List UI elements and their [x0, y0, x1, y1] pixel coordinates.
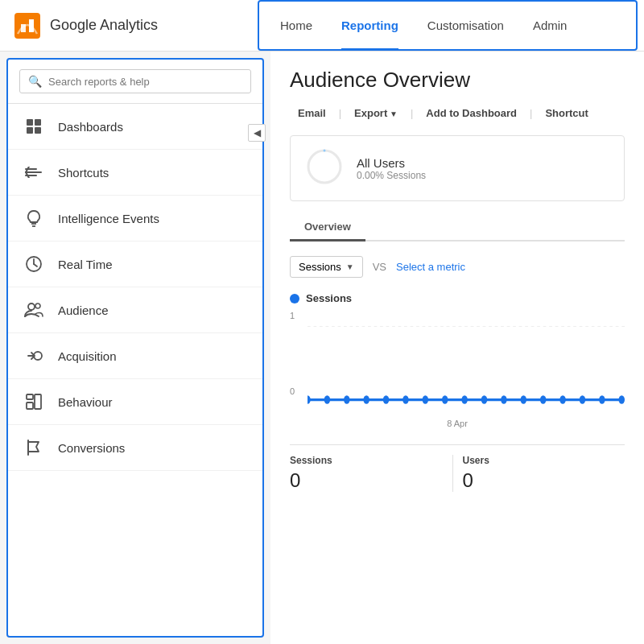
search-area: 🔍: [8, 60, 262, 104]
overview-tabs: Overview: [290, 214, 625, 242]
sessions-dropdown[interactable]: Sessions ▼: [290, 256, 363, 278]
stat-sessions-value: 0: [290, 469, 443, 492]
svg-point-29: [383, 395, 390, 403]
svg-point-41: [618, 395, 625, 403]
svg-point-36: [521, 395, 527, 403]
sidebar-item-intelligence[interactable]: Intelligence Events: [8, 196, 262, 242]
svg-point-35: [501, 395, 507, 403]
metric-selector: Sessions ▼ VS Select a metric: [290, 256, 625, 278]
svg-point-13: [28, 303, 35, 310]
svg-rect-17: [27, 394, 33, 399]
email-button[interactable]: Email: [290, 104, 334, 122]
svg-point-40: [599, 395, 605, 403]
svg-point-28: [363, 395, 369, 403]
stat-sessions: Sessions 0: [290, 455, 453, 492]
sessions-dropdown-label: Sessions: [299, 261, 341, 273]
nav-admin[interactable]: Admin: [518, 2, 582, 49]
sidebar-item-audience[interactable]: Audience: [8, 287, 262, 333]
svg-point-25: [308, 395, 311, 403]
sidebar-label-realtime: Real Time: [58, 258, 113, 271]
users-icon: [24, 300, 43, 320]
sessions-legend-dot: [290, 294, 299, 303]
search-box[interactable]: 🔍: [19, 69, 251, 93]
vs-label: VS: [373, 261, 386, 273]
sidebar-item-behaviour[interactable]: Behaviour: [8, 379, 262, 425]
main-nav: Home Reporting Customisation Admin: [258, 0, 638, 51]
y-axis-top: 1: [290, 311, 304, 320]
stat-users: Users 0: [453, 455, 625, 492]
flag-icon: [24, 438, 43, 457]
grid-icon: [24, 117, 43, 136]
acquisition-icon: [24, 346, 43, 365]
app-title: Google Analytics: [50, 17, 158, 34]
main-content: Audience Overview Email | Export | Add t…: [270, 52, 644, 644]
x-axis-label: 8 Apr: [290, 419, 625, 428]
stat-users-label: Users: [463, 455, 616, 466]
behaviour-icon: [24, 392, 43, 411]
sidebar-item-shortcuts[interactable]: Shortcuts: [8, 150, 262, 196]
shortcut-button[interactable]: Shortcut: [537, 104, 596, 122]
sidebar-collapse-button[interactable]: ◀: [248, 124, 266, 142]
svg-point-37: [540, 395, 547, 403]
all-users-subtitle: 0.00% Sessions: [357, 170, 426, 181]
svg-point-27: [344, 395, 350, 403]
svg-point-33: [461, 395, 468, 403]
search-icon: 🔍: [28, 75, 42, 88]
y-axis: 1 0: [290, 311, 304, 396]
sidebar-label-acquisition: Acquisition: [58, 349, 117, 363]
svg-point-32: [442, 395, 448, 403]
sidebar-label-behaviour: Behaviour: [58, 395, 113, 409]
sidebar: 🔍 Dashboards: [6, 58, 264, 638]
chart-legend: Sessions: [290, 292, 625, 304]
dropdown-arrow-icon: ▼: [346, 262, 354, 271]
svg-rect-3: [27, 127, 33, 134]
svg-rect-1: [27, 119, 33, 126]
chart-container: 1 0: [290, 311, 625, 415]
svg-point-38: [559, 395, 566, 403]
sidebar-label-dashboards: Dashboards: [58, 120, 123, 134]
svg-point-26: [324, 395, 331, 403]
select-metric-link[interactable]: Select a metric: [396, 261, 465, 273]
stat-users-value: 0: [463, 469, 616, 492]
bulb-icon: [24, 208, 43, 228]
svg-point-30: [402, 395, 409, 403]
app-header: Google Analytics Home Reporting Customis…: [0, 0, 644, 52]
nav-customisation[interactable]: Customisation: [413, 2, 518, 49]
all-users-card: All Users 0.00% Sessions: [290, 135, 625, 201]
sessions-legend-label: Sessions: [306, 292, 352, 304]
svg-rect-2: [35, 119, 41, 126]
stats-row: Sessions 0 Users 0: [290, 444, 625, 492]
stat-sessions-label: Sessions: [290, 455, 443, 466]
add-dashboard-button[interactable]: Add to Dashboard: [418, 104, 525, 122]
svg-rect-19: [35, 394, 41, 409]
sidebar-label-audience: Audience: [58, 303, 109, 317]
sidebar-label-shortcuts: Shortcuts: [58, 166, 109, 180]
y-axis-bottom: 0: [290, 386, 304, 396]
tab-overview[interactable]: Overview: [290, 214, 365, 242]
clock-icon: [24, 254, 43, 274]
sidebar-label-conversions: Conversions: [58, 441, 125, 455]
svg-point-31: [423, 395, 429, 403]
sidebar-item-dashboards[interactable]: Dashboards: [8, 104, 262, 150]
sidebar-item-realtime[interactable]: Real Time: [8, 242, 262, 287]
search-input[interactable]: [48, 76, 242, 88]
svg-point-34: [481, 395, 488, 403]
main-layout: ◀ 🔍 Dashboards: [0, 52, 644, 644]
circle-gauge: [305, 147, 344, 189]
arrow-left-icon: [24, 163, 43, 182]
export-button[interactable]: Export: [346, 104, 406, 122]
line-chart-svg: [308, 311, 625, 415]
nav-reporting[interactable]: Reporting: [327, 2, 413, 49]
chart-section: Sessions 1 0: [290, 292, 625, 428]
sidebar-label-intelligence: Intelligence Events: [58, 212, 159, 225]
sidebar-item-conversions[interactable]: Conversions: [8, 425, 262, 471]
svg-rect-4: [35, 127, 41, 134]
svg-point-14: [35, 303, 40, 308]
nav-home[interactable]: Home: [266, 2, 327, 49]
sidebar-item-acquisition[interactable]: Acquisition: [8, 333, 262, 379]
all-users-title: All Users: [357, 156, 426, 170]
sidebar-nav: Dashboards Shortcuts: [8, 104, 262, 636]
svg-line-12: [34, 264, 37, 266]
page-title: Audience Overview: [290, 68, 625, 93]
ga-logo-icon: [13, 11, 42, 40]
